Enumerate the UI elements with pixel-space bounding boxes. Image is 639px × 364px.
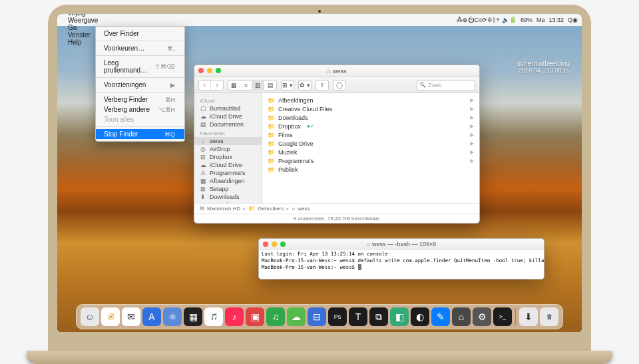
status-icon[interactable]: ⊕	[463, 17, 468, 23]
dock-app3-icon[interactable]: T	[349, 307, 367, 326]
menu-item[interactable]: Verberg Finder⌘H	[96, 94, 184, 104]
search-input[interactable]: Zoek	[417, 80, 475, 91]
share-button[interactable]: ⇪	[316, 80, 329, 91]
file-row[interactable]: 📁Creative Cloud Files▶	[262, 104, 479, 113]
traffic-lights[interactable]	[198, 68, 221, 73]
folder-icon: 📁	[268, 106, 275, 112]
menu-item[interactable]: Leeg prullenmand…⇧⌘⌫	[96, 58, 184, 75]
forward-button[interactable]: ›	[211, 80, 223, 91]
shortcut: ⌘H	[165, 96, 176, 103]
dock-terminal-icon[interactable]: >_	[493, 307, 512, 326]
path-segment[interactable]: Gebruikers	[258, 206, 284, 212]
sidebar-item[interactable]: ▢Bureaublad	[194, 104, 262, 112]
list-view-button[interactable]: ≡	[240, 80, 252, 91]
dock-app8-icon[interactable]: ⌂	[452, 307, 471, 326]
dock-music-icon[interactable]: ♪	[225, 307, 244, 326]
arrange-button[interactable]: ⊞ ▾	[281, 80, 294, 91]
minimize-icon[interactable]	[207, 68, 212, 73]
sidebar-item[interactable]: AProgramma's	[194, 169, 262, 177]
chevron-right-icon: ▶	[470, 158, 474, 164]
sidebar-item-label: wess	[210, 138, 224, 144]
menu-weergave[interactable]: Weergave	[64, 17, 102, 24]
gallery-view-button[interactable]: ▤	[264, 80, 276, 91]
sidebar-item[interactable]: ⬇Downloads	[194, 193, 262, 201]
dock-app7-icon[interactable]: ✎	[431, 307, 450, 326]
sidebar-item[interactable]: ▤Documenten	[194, 120, 262, 128]
dock-app6-icon[interactable]: ◐	[411, 307, 429, 326]
file-name: Creative Cloud Files	[278, 106, 332, 112]
menu-item-label: Voorzieningen	[104, 81, 146, 89]
dock-preferences-icon[interactable]: ⚙	[473, 307, 491, 326]
menu-item[interactable]: Voorkeuren…⌘,	[96, 43, 184, 53]
status-icon[interactable]: 🔋	[509, 17, 517, 23]
dock-app2-icon[interactable]: ▣	[246, 307, 264, 326]
menu-item[interactable]: Stop Finder⌘Q	[96, 129, 184, 139]
status-icon[interactable]: Q	[568, 17, 572, 23]
file-row[interactable]: 📁Downloads▶	[262, 113, 479, 122]
file-row[interactable]: 📁Dropbox●✓▶	[262, 122, 479, 130]
sidebar-item[interactable]: ⌂wess	[194, 137, 262, 145]
actions-button[interactable]: ✿ ▾	[298, 80, 312, 91]
sidebar-item[interactable]: ☁iCloud Drive	[194, 112, 262, 120]
dock-adobe1-icon[interactable]: ⊟	[308, 307, 326, 326]
dock-photoshop-icon[interactable]: Ps	[328, 307, 347, 326]
traffic-lights[interactable]	[263, 242, 286, 247]
file-list: 📁Afbeeldingen▶📁Creative Cloud Files▶📁Dow…	[262, 93, 479, 203]
icon-view-button[interactable]: ▦	[228, 80, 240, 91]
dock-separator	[515, 308, 516, 325]
back-button[interactable]: ‹	[199, 80, 211, 91]
menu-item[interactable]: Voorzieningen▶	[96, 80, 184, 90]
file-row[interactable]: 📁Films▶	[262, 130, 479, 139]
dock-downloads-icon[interactable]: ⬇	[519, 307, 538, 326]
path-segment[interactable]: wess	[298, 206, 310, 212]
file-row[interactable]: 📁Muziek▶	[262, 148, 479, 156]
file-row[interactable]: 📁Google Drive▶	[262, 139, 479, 148]
file-row[interactable]: 📁Afbeeldingen▶	[262, 96, 479, 104]
status-icon[interactable]: ⏻	[468, 17, 474, 23]
status-icon[interactable]: 🔈	[502, 17, 509, 23]
close-icon[interactable]	[198, 68, 204, 73]
terminal-titlebar[interactable]: ⌂ wess — -bash — 109×6	[259, 239, 544, 250]
path-bar[interactable]: ⊟Macintosh HD▸📁Gebruikers▸⌂wess	[194, 203, 479, 214]
sidebar-item[interactable]: ⊟Dropbox	[194, 153, 262, 161]
dock-app1-icon[interactable]: ▦	[184, 307, 202, 326]
zoom-icon[interactable]	[216, 68, 221, 73]
zoom-icon[interactable]	[280, 242, 286, 247]
minimize-icon[interactable]	[272, 242, 277, 247]
finder-titlebar[interactable]: ⌂ wess	[194, 65, 479, 77]
menu-item[interactable]: Over Finder	[96, 29, 184, 39]
dock-app5-icon[interactable]: ◧	[390, 307, 409, 326]
icloud drive-icon: ☁	[200, 162, 206, 168]
sidebar-item[interactable]: ⊞Setapp	[194, 185, 262, 193]
dock-atom-icon[interactable]: ⚛	[163, 307, 182, 326]
status-icon[interactable]: ᯤ	[496, 17, 502, 23]
menu-item-label: Over Finder	[104, 30, 139, 37]
folder-icon: 📁	[268, 140, 275, 147]
dock-finder-icon[interactable]: ☺	[81, 307, 99, 326]
file-row[interactable]: 📁Programma's▶	[262, 156, 479, 165]
status-icon[interactable]: ⟳	[482, 17, 487, 23]
dock-spotify-icon[interactable]: ♫	[266, 307, 285, 326]
file-row[interactable]: 📁Publiek	[262, 165, 479, 174]
sidebar-item-label: AirDrop	[210, 146, 230, 152]
sidebar-item[interactable]: ◎AirDrop	[194, 145, 262, 153]
status-icon[interactable]: ✲	[487, 17, 493, 23]
dock-appstore-icon[interactable]: A	[142, 307, 161, 326]
dock-safari-icon[interactable]: 🧭	[101, 307, 120, 326]
menu-item[interactable]: Verberg andere⌥⌘H	[96, 104, 184, 114]
status-icon[interactable]: ◉	[572, 17, 578, 23]
dock-mail-icon[interactable]: ✉	[122, 307, 140, 326]
sidebar-item[interactable]: ☁iCloud Drive	[194, 161, 262, 169]
dock-app4-icon[interactable]: ⧉	[369, 307, 388, 326]
tags-button[interactable]: ◯	[333, 80, 346, 91]
file-name: Afbeeldingen	[278, 97, 314, 104]
terminal-body[interactable]: Last login: Fri Apr 13 13:25:14 on conso…	[259, 250, 544, 279]
dock-trash-icon[interactable]: 🗑	[540, 307, 558, 326]
column-view-button[interactable]: ▥	[252, 80, 264, 91]
path-segment[interactable]: Macintosh HD	[207, 206, 240, 212]
sidebar-item[interactable]: ▦Afbeeldingen	[194, 177, 262, 185]
dock-itunes-icon[interactable]: 🎵	[204, 307, 223, 326]
status-icon[interactable]: ⁂	[457, 17, 463, 23]
dock-evernote-icon[interactable]: ☁	[287, 307, 306, 326]
close-icon[interactable]	[263, 242, 268, 247]
